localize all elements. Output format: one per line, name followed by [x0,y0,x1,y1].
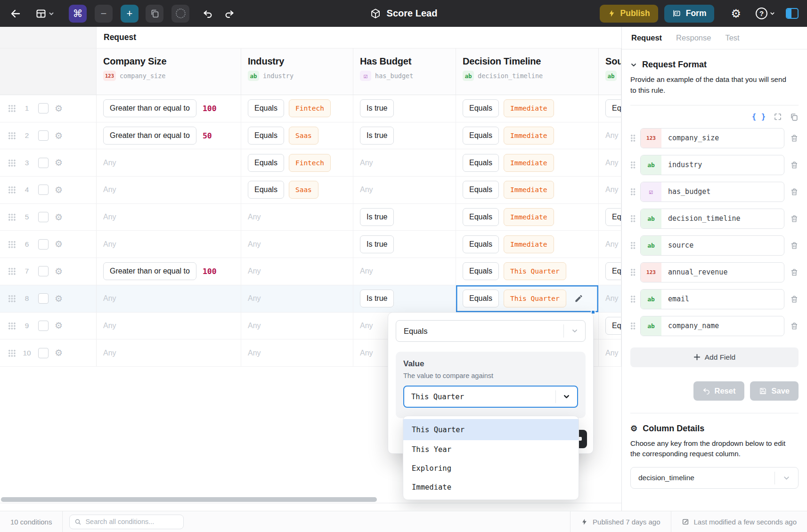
cell-source[interactable]: Any [599,231,621,258]
operator-chip[interactable]: Is true [360,99,394,117]
row-checkbox[interactable] [38,321,49,331]
cell-has_budget[interactable]: Is true [353,122,456,149]
cell-source[interactable]: Equals [599,258,621,285]
operator-chip[interactable]: Is true [360,208,394,226]
condition-tag[interactable]: Immediate [504,235,554,253]
cell-company_size[interactable]: Any [97,285,241,312]
condition-tag[interactable]: Saas [289,127,318,145]
edit-cell-pencil-icon[interactable] [574,294,583,303]
operator-chip[interactable]: Equals [248,99,284,117]
operator-chip[interactable]: Equals [248,154,284,172]
form-button[interactable]: Form [664,5,715,23]
drag-handle-icon[interactable] [630,295,636,303]
row-checkbox[interactable] [38,239,49,250]
row-checkbox[interactable] [38,103,49,113]
condition-tag[interactable]: This Quarter [504,290,566,307]
remove-row-button[interactable]: − [95,5,113,23]
operator-chip[interactable]: Equals [463,262,499,280]
condition-tag[interactable]: Fintech [289,154,331,172]
dropdown-option[interactable]: Exploring [403,459,579,478]
cell-company_size[interactable]: Any [97,177,241,203]
cell-industry[interactable]: Any [241,313,353,339]
operator-chip[interactable]: Equals [463,290,499,307]
row-settings-gear-icon[interactable]: ⚙ [55,213,63,222]
drag-handle-icon[interactable] [8,186,16,193]
trash-icon[interactable] [790,134,799,143]
cell-industry[interactable]: Any [241,204,353,231]
add-field-button[interactable]: Add Field [630,347,799,367]
row-checkbox[interactable] [38,185,49,195]
json-view-icon[interactable]: { } [752,113,766,121]
condition-tag[interactable]: Fintech [289,99,331,117]
row-settings-gear-icon[interactable]: ⚙ [55,348,63,357]
condition-tag[interactable]: Immediate [504,208,554,226]
cell-industry[interactable]: EqualsFintech [241,95,353,122]
cell-industry[interactable]: Any [241,258,353,285]
drag-handle-icon[interactable] [630,242,636,249]
tab-test[interactable]: Test [725,33,739,42]
tab-response[interactable]: Response [676,33,711,42]
redo-button[interactable] [220,5,238,23]
operator-chip[interactable]: Is true [360,235,394,253]
cell-industry[interactable]: Any [241,231,353,258]
search-input[interactable] [85,518,179,525]
cell-source[interactable]: Any [599,339,621,366]
operator-chip[interactable]: Equals [605,317,621,335]
condition-tag[interactable]: Saas [289,181,318,199]
drag-handle-icon[interactable] [630,322,636,330]
cell-has_budget[interactable]: Is true [353,204,456,231]
cell-decision_timeline[interactable]: EqualsImmediate [456,177,599,203]
cell-has_budget[interactable]: Any [353,177,456,203]
row-settings-gear-icon[interactable]: ⚙ [55,104,63,113]
field-key-input[interactable]: ☑has_budget [640,182,784,202]
operator-chip[interactable]: Equals [463,208,499,226]
row-settings-gear-icon[interactable]: ⚙ [55,131,63,140]
cell-has_budget[interactable]: Is true [353,285,456,312]
cell-company_size[interactable]: Any [97,339,241,366]
view-switcher-button[interactable] [32,5,57,23]
row-checkbox[interactable] [38,130,49,141]
trash-icon[interactable] [790,322,799,330]
cell-decision_timeline[interactable]: EqualsThis Quarter [456,258,599,285]
cell-has_budget[interactable]: Is true [353,95,456,122]
duplicate-button[interactable] [146,5,163,23]
operator-chip[interactable]: Equals [605,208,621,226]
condition-tag[interactable]: Immediate [504,154,554,172]
trash-icon[interactable] [790,161,799,169]
cell-company_size[interactable]: Greater than or equal to100 [97,95,241,122]
field-key-input[interactable]: abdecision_timeline [640,209,784,229]
cell-industry[interactable]: Any [241,339,353,366]
operator-chip[interactable]: Equals [463,235,499,253]
select-tool-button[interactable] [171,5,189,23]
cell-decision_timeline[interactable]: EqualsImmediate [456,95,599,122]
operator-select[interactable]: Equals [396,320,586,342]
trash-icon[interactable] [790,268,799,277]
publish-button[interactable]: Publish [600,5,658,23]
field-key-input[interactable]: abcompany_name [640,316,784,336]
dropdown-option[interactable]: This Year [403,440,579,459]
side-panel-toggle[interactable] [786,8,799,19]
row-settings-gear-icon[interactable]: ⚙ [55,240,63,249]
add-row-button[interactable]: + [121,5,139,23]
field-key-input[interactable]: abemail [640,289,784,309]
drag-handle-icon[interactable] [8,159,16,167]
drag-handle-icon[interactable] [8,105,16,112]
operator-chip[interactable]: Greater than or equal to [103,262,196,280]
drag-handle-icon[interactable] [8,267,16,275]
back-button[interactable] [7,5,24,23]
operator-chip[interactable]: Greater than or equal to [103,127,196,145]
expand-icon[interactable] [774,113,782,121]
cell-industry[interactable]: Any [241,285,353,312]
drag-handle-icon[interactable] [8,349,16,357]
cell-industry[interactable]: EqualsSaas [241,122,353,149]
condition-tag[interactable]: Immediate [504,99,554,117]
request-format-section-header[interactable]: Request Format [630,60,799,70]
cell-company_size[interactable]: Any [97,204,241,231]
trash-icon[interactable] [790,241,799,250]
row-settings-gear-icon[interactable]: ⚙ [55,158,63,167]
operator-chip[interactable]: Is true [360,290,394,307]
cell-source[interactable]: Equals [599,313,621,339]
trash-icon[interactable] [790,214,799,223]
drag-handle-icon[interactable] [8,295,16,302]
cell-industry[interactable]: EqualsFintech [241,149,353,176]
